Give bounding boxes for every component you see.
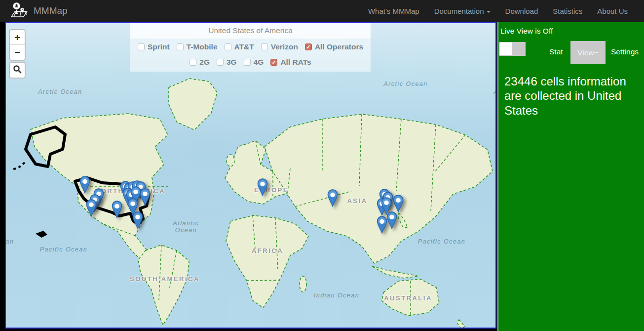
map-marker-pin[interactable] [257, 178, 268, 196]
zoom-control: + − [9, 29, 26, 61]
map-marker-pin[interactable] [132, 211, 144, 229]
sidebar: Live View is Off Stat View− Settings 234… [497, 22, 644, 331]
brand-title: MMMap [34, 5, 68, 16]
country-title: United States of America [130, 23, 371, 39]
filter-overlay-panel: United States of America SprintT-MobileA… [130, 23, 371, 72]
unchecked-checkbox-icon [225, 43, 231, 50]
tab-settings[interactable]: Settings [611, 47, 639, 56]
live-view-status: Live View is Off [500, 27, 553, 36]
map-marker-pin[interactable] [85, 199, 97, 217]
tab-view-dropdown[interactable]: View− [570, 41, 606, 64]
checkbox-label: All Operators [315, 42, 363, 51]
unchecked-checkbox-icon [217, 59, 224, 66]
map-marker-pin[interactable] [111, 201, 123, 218]
checkbox-3g[interactable]: 3G [217, 58, 237, 67]
nav-item-statistics[interactable]: Statistics [545, 7, 590, 15]
checkbox-label: 4G [254, 58, 264, 67]
mmmap-logo-icon [8, 1, 29, 21]
search-button[interactable] [9, 62, 26, 79]
navbar-menu: What's MMMapDocumentationDownloadStatist… [361, 7, 635, 15]
checkbox-all-operators[interactable]: ✓All Operators [305, 42, 363, 51]
checkbox-verizon[interactable]: Verizon [261, 42, 298, 51]
nav-item-about-us[interactable]: About Us [590, 7, 635, 15]
chevron-down-icon [487, 11, 491, 13]
map-marker-pin[interactable] [392, 195, 404, 212]
map-marker-pin[interactable] [327, 189, 339, 207]
checkbox-label: T-Mobile [187, 42, 218, 51]
zoom-in-button[interactable]: + [10, 30, 25, 45]
checked-checkbox-icon: ✓ [305, 43, 312, 50]
unchecked-checkbox-icon [177, 43, 184, 50]
checkbox-label: All RATs [280, 58, 311, 67]
brand-link[interactable]: MMMap [8, 1, 68, 21]
map-canvas[interactable]: Arctic OceanArctic OceanAAtlantic OceanP… [5, 22, 496, 329]
rat-filter-row: 2G3G4G✓All RATs [130, 58, 371, 67]
unchecked-checkbox-icon [261, 43, 268, 50]
checkbox-label: 2G [199, 58, 210, 67]
search-icon [13, 65, 22, 76]
tab-stat[interactable]: Stat [549, 47, 563, 56]
checkbox-at-t[interactable]: AT&T [225, 42, 254, 51]
unchecked-checkbox-icon [244, 59, 251, 66]
map-marker-pin[interactable] [386, 211, 398, 229]
checkbox-label: Sprint [148, 42, 170, 51]
operator-filter-row: SprintT-MobileAT&TVerizon✓All Operators [130, 42, 371, 51]
map-marker-pin[interactable] [79, 176, 91, 194]
zoom-out-button[interactable]: − [10, 45, 25, 60]
nav-item-download[interactable]: Download [498, 7, 546, 15]
unchecked-checkbox-icon [189, 59, 196, 66]
cells-info-text: 23446 cells information are collected in… [504, 74, 629, 118]
checkbox-label: Verizon [271, 42, 298, 51]
navbar: MMMap What's MMMapDocumentationDownloadS… [0, 0, 644, 22]
checkbox-label: AT&T [234, 42, 254, 51]
nav-item-documentation[interactable]: Documentation [427, 7, 498, 15]
checkbox-sprint[interactable]: Sprint [138, 42, 170, 51]
checked-checkbox-icon: ✓ [270, 59, 277, 66]
checkbox-label: 3G [227, 58, 237, 67]
checkbox-t-mobile[interactable]: T-Mobile [177, 42, 218, 51]
checkbox-2g[interactable]: 2G [189, 58, 210, 67]
toggle-knob [499, 42, 512, 55]
live-view-toggle[interactable] [499, 42, 526, 56]
nav-item-what-s-mmmap[interactable]: What's MMMap [361, 7, 427, 15]
unchecked-checkbox-icon [138, 43, 145, 50]
map-marker-pin[interactable] [139, 188, 151, 206]
checkbox-4g[interactable]: 4G [244, 58, 264, 67]
checkbox-all-rats[interactable]: ✓All RATs [270, 58, 311, 67]
